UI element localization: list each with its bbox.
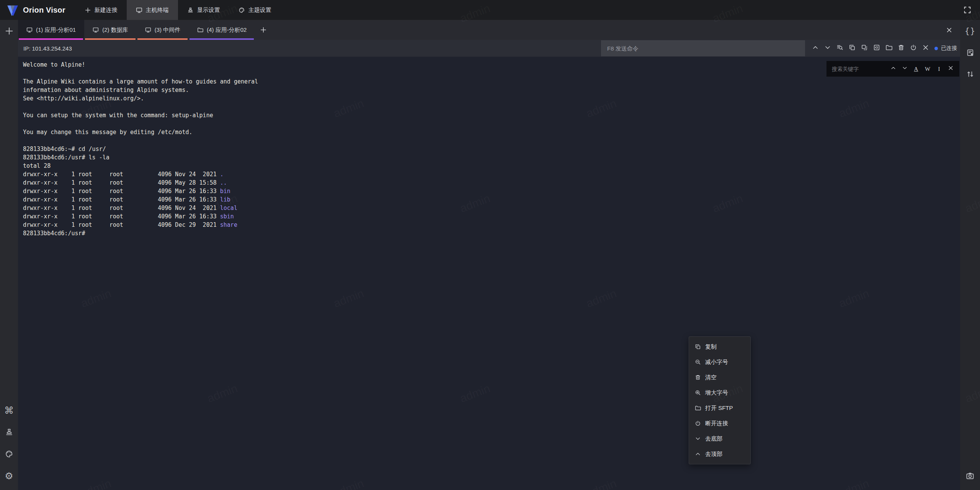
close-all-tabs-button[interactable] xyxy=(946,27,952,33)
search-keyword-input[interactable] xyxy=(831,66,887,72)
paste-button[interactable] xyxy=(859,43,869,53)
monitor-icon xyxy=(136,7,142,13)
command-icon: ⌘ xyxy=(4,406,14,415)
search-prev-button[interactable] xyxy=(889,65,897,73)
terminal-tabbar: (1) 应用-分析01(2) 数据库(3) 中间件(4) 应用-分析02 xyxy=(18,20,960,40)
folder-icon xyxy=(885,44,892,52)
disconnect-button[interactable] xyxy=(908,43,918,53)
chevron-down-icon xyxy=(695,436,701,442)
terminal-tab-1[interactable]: (1) 应用-分析01 xyxy=(18,20,84,40)
copy-button[interactable] xyxy=(847,43,857,53)
menu-go-top[interactable]: 去顶部 xyxy=(689,446,750,462)
palette-icon xyxy=(5,450,13,458)
terminal-line: Welcome to Alpine! xyxy=(23,61,960,69)
command-prev-button[interactable] xyxy=(810,43,820,53)
match-case-button[interactable]: A xyxy=(912,65,920,73)
search-next-button[interactable] xyxy=(900,65,909,73)
terminal-line xyxy=(23,69,960,77)
close-icon xyxy=(948,65,954,73)
nav-new-connection[interactable]: 新建连接 xyxy=(75,0,127,20)
stamp-icon xyxy=(187,7,194,13)
terminal-line: drwxr-xr-x 1 root root 4096 Nov 24 2021 … xyxy=(23,170,960,179)
monitor-icon xyxy=(93,27,99,33)
gear-icon: ⚙ xyxy=(5,471,13,481)
folder-icon xyxy=(695,405,701,411)
menu-disconnect[interactable]: 断开连接 xyxy=(689,416,750,431)
terminal-line: information about administrating Alpine … xyxy=(23,86,960,94)
terminal-line: drwxr-xr-x 1 root root 4096 May 28 15:58… xyxy=(23,179,960,187)
doc-bookmark-icon xyxy=(966,49,974,57)
chevron-down-icon xyxy=(824,44,831,52)
session-toolbar: IP: 101.43.254.243 已连接 xyxy=(18,40,960,57)
terminal-line: 828133bb4cd6:~# cd /usr/ xyxy=(23,145,960,153)
search-button[interactable] xyxy=(835,43,845,53)
command-next-button[interactable] xyxy=(823,43,833,53)
trash-icon xyxy=(695,374,701,380)
new-tab-button[interactable] xyxy=(255,20,272,40)
chevron-up-icon xyxy=(890,65,896,73)
open-sftp-button[interactable] xyxy=(884,43,894,53)
right-sidebar: {} xyxy=(960,20,980,490)
terminal-line: drwxr-xr-x 1 root root 4096 Mar 26 16:33… xyxy=(23,187,960,195)
menu-go-bottom[interactable]: 去底部 xyxy=(689,431,750,446)
send-command-button[interactable] xyxy=(872,43,882,53)
terminal-tab-3[interactable]: (3) 中间件 xyxy=(137,20,189,40)
orion-visor-logo-icon xyxy=(6,3,19,16)
close-session-button[interactable] xyxy=(921,43,931,53)
settings-button[interactable]: ⚙ xyxy=(3,470,15,482)
search-close-button[interactable] xyxy=(946,65,955,73)
chevron-up-icon xyxy=(812,44,819,52)
menu-clear[interactable]: 清空 xyxy=(689,370,750,385)
display-settings-button[interactable] xyxy=(3,426,15,438)
menu-decrease-font[interactable]: 减小字号 xyxy=(689,354,750,370)
terminal-screen[interactable]: Welcome to Alpine! The Alpine Wiki conta… xyxy=(18,57,960,490)
terminal-line: The Alpine Wiki contains a large amount … xyxy=(23,77,960,86)
whole-word-button[interactable]: W xyxy=(923,65,932,73)
terminal-line: total 28 xyxy=(23,162,960,170)
tab-underline xyxy=(85,38,136,40)
shortcut-keys-button[interactable]: ⌘ xyxy=(3,405,15,416)
tab-underline xyxy=(137,38,188,40)
zoom-in-icon xyxy=(695,390,701,396)
terminal-line: drwxr-xr-x 1 root root 4096 Dec 29 2021 … xyxy=(23,221,960,229)
updown-icon xyxy=(966,70,974,78)
close-icon xyxy=(922,44,929,52)
terminal-line: drwxr-xr-x 1 root root 4096 Mar 26 16:33… xyxy=(23,212,960,221)
menu-copy[interactable]: 复制 xyxy=(689,339,750,354)
command-snippets-button[interactable] xyxy=(964,47,976,58)
nav-display-settings[interactable]: 显示设置 xyxy=(178,0,229,20)
nav-theme-settings[interactable]: 主题设置 xyxy=(229,0,281,20)
copy-icon xyxy=(849,44,856,52)
terminal-line: You can setup the system with the comman… xyxy=(23,111,960,120)
stamp-icon xyxy=(5,428,13,436)
tab-underline xyxy=(189,38,254,40)
regex-button[interactable]: I xyxy=(935,65,943,73)
terminal-tab-2[interactable]: (2) 数据库 xyxy=(84,20,137,40)
new-terminal-button[interactable] xyxy=(3,25,15,37)
send-command-input[interactable] xyxy=(601,40,805,56)
clear-screen-button[interactable] xyxy=(896,43,906,53)
paste-icon xyxy=(861,44,868,52)
search-doc-icon xyxy=(836,44,843,52)
menu-increase-font[interactable]: 增大字号 xyxy=(689,385,750,400)
transfer-list-button[interactable] xyxy=(964,68,976,80)
trash-icon xyxy=(898,44,905,52)
terminal-search-panel: AWI xyxy=(826,61,959,77)
folder-icon xyxy=(197,27,203,33)
power-icon xyxy=(695,420,701,426)
fullscreen-icon[interactable] xyxy=(963,6,972,14)
variables-button[interactable]: {} xyxy=(964,25,976,37)
terminal-line: See <http://wiki.alpinelinux.org/>. xyxy=(23,94,960,103)
run-block-icon xyxy=(873,44,880,52)
palette-icon xyxy=(238,7,245,13)
screenshot-button[interactable] xyxy=(964,470,976,482)
monitor-icon xyxy=(26,27,33,33)
left-sidebar: ⌘⚙ xyxy=(0,20,18,490)
nav-host-terminal[interactable]: 主机终端 xyxy=(127,0,178,20)
monitor-icon xyxy=(145,27,151,33)
terminal-context-menu: 复制减小字号清空增大字号打开 SFTP断开连接去底部去顶部 xyxy=(689,336,751,464)
menu-open-sftp[interactable]: 打开 SFTP xyxy=(689,400,750,416)
connection-status: 已连接 xyxy=(934,45,960,52)
terminal-tab-4[interactable]: (4) 应用-分析02 xyxy=(189,20,255,40)
theme-settings-button[interactable] xyxy=(3,448,15,460)
